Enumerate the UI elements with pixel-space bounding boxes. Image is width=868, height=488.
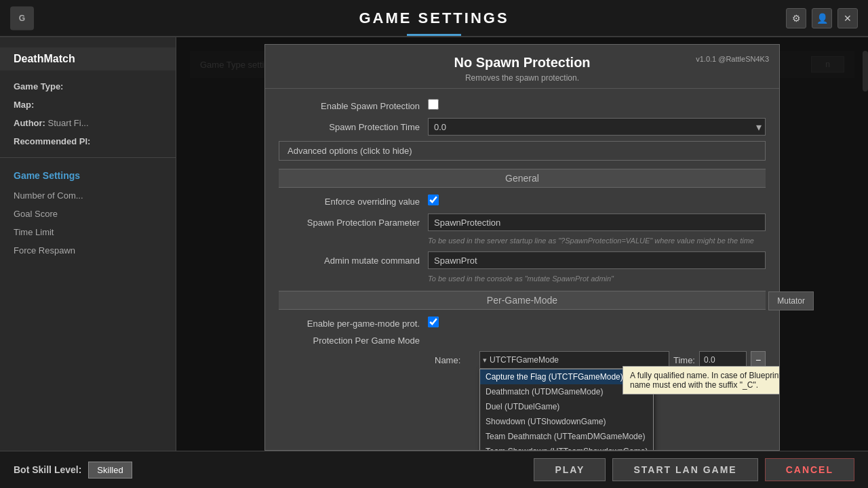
pgm-select-wrap-1: ▾ UTCTFGameMode Capture the Flag (UTCTFG…	[479, 351, 669, 369]
mutator-button[interactable]: Mutator	[768, 291, 814, 310]
pgm-section-header: Per-Game-Mode	[279, 291, 766, 310]
dropdown-item-3[interactable]: Showdown (UTShowdownGame)	[480, 414, 653, 429]
author-value: Stuart Fi...	[48, 118, 89, 128]
cancel-bottom-button[interactable]: CANCEL	[765, 458, 854, 481]
pgm-row-2: Name: Time: −	[435, 450, 766, 451]
spawn-time-input[interactable]: 0.0	[428, 118, 766, 136]
sidebar-item-number[interactable]: Number of Com...	[0, 186, 176, 205]
dropdown-item-2[interactable]: Duel (UTDuelGame)	[480, 399, 653, 414]
start-lan-button[interactable]: START LAN GAME	[612, 458, 757, 481]
main-area: DeathMatch Game Type: Map: Author: Stuar…	[0, 37, 868, 451]
enable-spawn-control	[428, 99, 766, 113]
modal-title: No Spawn Protection	[279, 55, 766, 70]
admin-mutate-row: Admin mutate command SpawnProt	[279, 251, 766, 269]
enforce-row: Enforce overriding value	[279, 195, 766, 208]
author-label: Author:	[14, 118, 45, 128]
admin-mutate-hint: To be used in the console as "mutate Spa…	[428, 274, 766, 283]
sidebar-divider	[0, 157, 176, 158]
prot-pgm-header-row: Protection Per Game Mode	[279, 336, 766, 346]
modal-header: v1.0.1 @RattleSN4K3 No Spawn Protection …	[265, 45, 779, 89]
sidebar-map: Map:	[0, 96, 176, 114]
pgm-name-label-1: Name:	[435, 355, 475, 365]
dropdown-item-4[interactable]: Team Deathmatch (UTTeamDMGameMode)	[480, 429, 653, 444]
spawn-protection-row: Enable Spawn Protection	[279, 99, 766, 113]
enforce-checkbox[interactable]	[428, 195, 439, 205]
pgm-time-input-2[interactable]	[699, 450, 747, 451]
modal-subtitle: Removes the spawn protection.	[279, 73, 766, 83]
top-bar: G GAME SETTINGS ⚙ 👤 ✕	[0, 0, 868, 37]
app-logo: G	[10, 6, 34, 30]
pgm-dropdown-1: Capture the Flag (UTCTFGameMode) Deathma…	[479, 369, 654, 451]
bot-skill-label: Bot Skill Level:	[14, 464, 81, 475]
pgm-minus-btn-2[interactable]: −	[751, 450, 766, 451]
spawn-param-control: SpawnProtection	[428, 214, 766, 231]
icon-btn-3[interactable]: ✕	[837, 8, 858, 28]
mutator-area: Mutator	[768, 291, 814, 310]
advanced-toggle[interactable]: Advanced options (click to hide)	[279, 141, 766, 161]
title-accent	[407, 34, 461, 36]
map-label: Map:	[14, 100, 34, 110]
admin-mutate-control: SpawnProt	[428, 251, 766, 269]
dropdown-item-5[interactable]: Team Showdown (UTTeamShowdownGame)	[480, 444, 653, 451]
spawn-param-row: Spawn Protection Parameter SpawnProtecti…	[279, 214, 766, 231]
spawn-param-hint: To be used in the server startup line as…	[428, 237, 766, 245]
recommended-label: Recommended Pl:	[14, 136, 90, 146]
prot-pgm-header-label: Protection Per Game Mode	[279, 336, 428, 346]
admin-mutate-label: Admin mutate command	[279, 256, 428, 266]
sidebar-section-title: DeathMatch	[0, 47, 176, 70]
bottom-buttons: PLAY START LAN GAME CANCEL	[534, 458, 854, 481]
sidebar-item-time-limit[interactable]: Time Limit	[0, 223, 176, 241]
enable-spawn-checkbox[interactable]	[428, 99, 439, 110]
top-bar-icons: ⚙ 👤 ✕	[786, 8, 858, 28]
spawn-time-row: Spawn Protection Time 0.0 ▾	[279, 118, 766, 136]
pgm-row-1: Name: ▾ UTCTFGameMode Capture the Flag (…	[435, 351, 766, 369]
admin-mutate-input[interactable]: SpawnProt	[428, 251, 766, 269]
enable-pgm-label: Enable per-game-mode prot.	[279, 319, 428, 329]
bot-skill-area: Bot Skill Level: Skilled	[14, 462, 132, 479]
enable-pgm-row: Enable per-game-mode prot.	[279, 317, 766, 330]
bot-skill-badge[interactable]: Skilled	[88, 462, 132, 479]
sidebar-game-type: Game Type:	[0, 77, 176, 96]
settings-modal: v1.0.1 @RattleSN4K3 No Spawn Protection …	[264, 44, 780, 451]
sidebar-recommended: Recommended Pl:	[0, 132, 176, 150]
spawn-time-arrow[interactable]: ▾	[756, 121, 762, 134]
enable-pgm-control	[428, 317, 766, 330]
spawn-param-input[interactable]: SpawnProtection	[428, 214, 766, 231]
tooltip-box: A fully qualified name. In case of Bluep…	[623, 366, 780, 394]
bottom-bar: Bot Skill Level: Skilled PLAY START LAN …	[0, 451, 868, 488]
modal-body: Enable Spawn Protection Spawn Protection…	[265, 89, 779, 451]
enable-pgm-checkbox[interactable]	[428, 317, 439, 327]
icon-btn-1[interactable]: ⚙	[786, 8, 806, 28]
pgm-input-2[interactable]	[479, 450, 669, 451]
icon-btn-2[interactable]: 👤	[812, 8, 832, 28]
pgm-time-label-1: Time:	[673, 355, 695, 365]
game-type-label: Game Type:	[14, 81, 63, 92]
enable-spawn-label: Enable Spawn Protection	[279, 101, 428, 111]
enforce-control	[428, 195, 766, 208]
spawn-time-label: Spawn Protection Time	[279, 122, 428, 132]
sidebar-author: Author: Stuart Fi...	[0, 114, 176, 132]
pgm-select-arrow-icon: ▾	[483, 356, 487, 365]
modal-overlay: v1.0.1 @RattleSN4K3 No Spawn Protection …	[176, 37, 868, 451]
spawn-time-control: 0.0 ▾	[428, 118, 766, 136]
modal-version: v1.0.1 @RattleSN4K3	[696, 55, 769, 63]
sidebar-item-goal-score[interactable]: Goal Score	[0, 205, 176, 223]
play-button[interactable]: PLAY	[534, 458, 606, 481]
spawn-param-label: Spawn Protection Parameter	[279, 218, 428, 228]
sidebar: DeathMatch Game Type: Map: Author: Stuar…	[0, 37, 176, 451]
page-title: GAME SETTINGS	[359, 9, 509, 27]
sidebar-item-force-respawn[interactable]: Force Respawn	[0, 241, 176, 260]
enforce-label: Enforce overriding value	[279, 197, 428, 207]
pgm-select-value-1: UTCTFGameMode	[490, 355, 666, 365]
general-section-header: General	[279, 169, 766, 188]
sidebar-item-game-settings[interactable]: Game Settings	[0, 165, 176, 186]
